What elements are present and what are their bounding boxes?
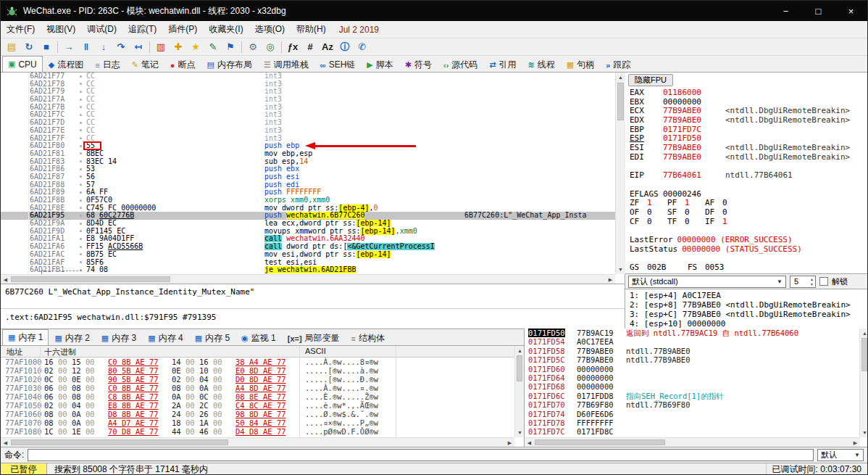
btab-locals[interactable]: [x=]局部变量 [282,331,346,345]
maximize-button[interactable]: □ [802,1,835,21]
disasm-row[interactable]: 6AD21F7CCCint3 [1,111,615,119]
menu-trace[interactable]: 追踪(T) [122,21,162,38]
settings-icon[interactable]: ⚙ [244,40,262,54]
string-search-icon[interactable]: Az [319,40,336,54]
unlock-checkbox[interactable] [819,277,828,286]
dump-row[interactable]: 77AF101002 00 12 0080 5B AE 770E 00 10 0… [1,366,514,375]
tab-memory-map[interactable]: ▤内存布局 [201,57,258,72]
disasm-row[interactable]: 6AD21F8756push esi [1,173,615,181]
dump-rows[interactable]: 77AF100016 00 15 00C0 8B AE 7714 00 16 0… [1,358,514,437]
disasm-row[interactable]: 6AD21FAC8B75 ECmov esi,dword ptr ss:[ebp… [1,251,615,259]
tab-graph[interactable]: ◆流程图 [43,57,89,72]
disasm-row[interactable]: 6AD21FB174 08je wechatwin.6AD21FBB [1,266,615,274]
scrollbar-thumb[interactable] [535,439,665,445]
favourites-icon[interactable]: ★ [187,40,204,54]
script-icon[interactable]: ▥ [152,40,170,54]
patch-icon[interactable]: ✚ [170,40,187,54]
menu-favourites[interactable]: 收藏夹(I) [203,21,249,38]
command-input[interactable] [28,449,814,461]
disasm-row[interactable]: 6AD21F8B0F57C0xorps xmm0,xmm0 [1,197,615,205]
disassembly-vscrollbar[interactable]: ▲ ▼ [615,73,625,274]
dump-vscrollbar[interactable]: ▲ ▼ [514,346,524,437]
tab-source[interactable]: ‹›源代码 [438,57,483,72]
scroll-up-icon[interactable]: ▲ [616,73,625,82]
hash-icon[interactable]: # [301,40,319,54]
stop-icon[interactable]: ■ [38,40,55,54]
pause-icon[interactable]: ‖ [78,40,95,54]
stack-hscrollbar[interactable]: ◀ ▶ [525,437,860,447]
assemble-icon[interactable]: ƒx [284,40,301,54]
disasm-row[interactable]: 6AD21FA6FF15 ACD5566Bcall dword ptr ds:[… [1,243,615,251]
disasm-row[interactable]: 6AD21F9A8D4D EClea ecx,dword ptr ss:[ebp… [1,220,615,228]
tab-cpu[interactable]: ▣CPU [2,56,43,72]
scroll-up-icon[interactable]: ▲ [860,329,868,338]
command-mode-select[interactable]: 默认 ▼ [817,449,864,461]
dump-row[interactable]: 77AF107008 00 0A 00A4 D7 AE 7718 00 1A 0… [1,418,514,427]
hide-fpu-button[interactable]: 隐藏FPU [628,74,673,86]
disasm-row[interactable]: 6AD21F7BCCint3 [1,104,615,112]
stack-row[interactable]: 0171FD5077B9AC19返回到 ntdll.77B9AC19 自 ntd… [525,329,859,337]
help-phone-icon[interactable]: ✆ [354,40,371,54]
stack-row[interactable]: 0171FD5877B9ABE0ntdll.77B9ABE0 [525,347,859,355]
dump-hscrollbar[interactable]: ◀ ▶ [1,437,514,447]
scroll-down-icon[interactable]: ▼ [616,265,625,274]
menu-options[interactable]: 选项(O) [249,21,291,38]
stack-rows[interactable]: 0171FD5077B9AC19返回到 ntdll.77B9AC19 自 ntd… [525,329,859,437]
stack-row[interactable]: 0171FD6400000000 [525,373,859,382]
disasm-row[interactable]: 6AD21F7ECCint3 [1,127,615,135]
tab-script[interactable]: ▶脚本 [361,57,398,72]
disasm-row[interactable]: 6AD21F896A FFpush FFFFFFFF [1,189,615,197]
btab-dump-1[interactable]: ▦内存 1 [2,329,49,345]
minimize-button[interactable]: − [769,1,802,21]
dump-row[interactable]: 77AF100016 00 15 00C0 8B AE 7714 00 16 0… [1,358,514,366]
btab-dump-4[interactable]: ▦内存 4 [142,331,188,345]
stack-row[interactable]: 0171FD7077B69F80ntdll.77B69F80 [525,400,859,409]
disasm-row[interactable]: 6AD21F8EC745 FC 00000000mov dword ptr ss… [1,205,615,212]
disasm-row[interactable]: 6AD21F7DCCint3 [1,119,615,127]
menu-view[interactable]: 视图(V) [41,21,81,38]
stack-row[interactable]: 0171FD6C0171FDD8指向SEH_Record[1]的指针 [525,392,859,400]
disassembly-view[interactable]: 6AD21F77CCint36AD21F78CCint36AD21F79CCin… [1,73,615,274]
argument-count-stepper[interactable]: 5 ▲▼ [790,276,816,288]
disasm-row[interactable]: 6AD21F77CCint3 [1,73,615,80]
comment-icon[interactable]: ✎ [204,40,222,54]
step-into-icon[interactable]: ↓ [95,40,112,54]
btab-dump-3[interactable]: ▦内存 3 [96,331,142,345]
disasm-row[interactable]: 6AD21F79CCint3 [1,88,615,96]
dump-row[interactable]: 77AF10200C 00 0E 0090 5B AE 7702 00 04 0… [1,375,514,384]
stack-row[interactable]: 0171FD78FFFFFFFF [525,418,859,427]
disasm-row[interactable]: 6AD21F8653push ebx [1,165,615,173]
disasm-row[interactable]: 6AD21FA1E8 9A04D1FFcall wechatwin.6AA324… [1,235,615,243]
tab-notes[interactable]: ✎笔记 [126,57,164,72]
open-file-icon[interactable]: ▤ [3,40,20,54]
restart-icon[interactable]: ↻ [20,40,38,54]
menu-debug[interactable]: 调试(D) [81,21,122,38]
stack-row[interactable]: 0171FD6000000000 [525,365,859,373]
calling-convention-select[interactable]: 默认 (stdcall) ▼ [628,276,786,288]
dump-row[interactable]: 77AF106008 00 0A 00D8 8B AE 7724 00 26 0… [1,410,514,418]
scrollbar-thumb[interactable] [517,355,522,381]
stepper-arrows-icon[interactable]: ▲▼ [810,277,814,287]
step-over-icon[interactable]: ↷ [112,40,130,54]
stack-row[interactable]: 0171FD5C77B9ABE0ntdll.77B9ABE0 [525,355,859,364]
stack-row[interactable]: 0171FD74D60FE6D6 [525,410,859,418]
tab-threads[interactable]: ≋线程 [522,57,561,72]
disasm-row[interactable]: 6AD21F8857push edi [1,181,615,189]
btab-struct[interactable]: ≡结构体 [346,331,391,345]
menu-file[interactable]: 文件(F) [1,21,41,38]
stack-row[interactable]: 0171FD54A0C17EEA [525,337,859,346]
disasm-row[interactable]: 6AD21F818BECmov ebp,esp [1,150,615,158]
dump-row[interactable]: 77AF104006 00 08 00C8 8B AE 770A 00 0C 0… [1,392,514,401]
btab-dump-2[interactable]: ▦内存 2 [49,331,95,345]
disasm-row[interactable]: 6AD21F8383EC 14sub esp,14 [1,158,615,166]
scrollbar-thumb[interactable] [617,83,624,120]
close-button[interactable]: × [835,1,867,21]
tab-trace[interactable]: »跟踪 [600,57,636,72]
tab-references[interactable]: ⇄引用 [483,57,522,72]
run-to-return-icon[interactable]: ↤ [130,40,147,54]
menu-help[interactable]: 帮助(H) [291,21,332,38]
disasm-row[interactable]: 6AD21F78CCint3 [1,80,615,88]
stack-vscrollbar[interactable]: ▲ ▼ [859,329,868,437]
plugin-icon[interactable]: ◎ [262,40,279,54]
disasm-row[interactable]: 6AD21F9D0F1145 ECmovups xmmword ptr ss:[… [1,228,615,236]
